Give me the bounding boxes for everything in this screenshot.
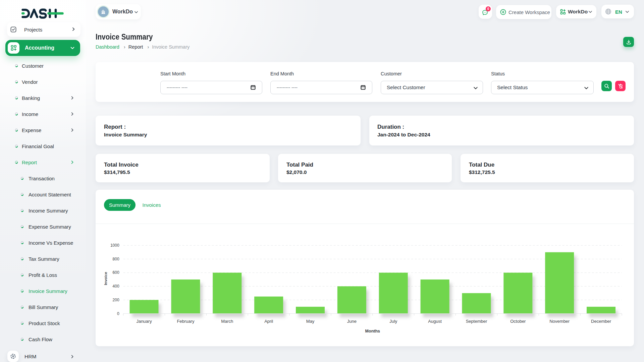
svg-text:200: 200 [113, 298, 119, 302]
svg-text:April: April [264, 319, 273, 324]
svg-text:800: 800 [113, 257, 119, 261]
svg-text:July: July [389, 319, 397, 324]
svg-text:August: August [428, 319, 442, 324]
svg-text:400: 400 [113, 284, 119, 289]
svg-text:December: December [591, 319, 611, 324]
svg-text:February: February [177, 319, 195, 324]
svg-text:September: September [466, 319, 487, 324]
svg-text:November: November [549, 319, 570, 324]
svg-text:0: 0 [117, 311, 119, 316]
svg-text:May: May [306, 319, 315, 324]
svg-text:1000: 1000 [110, 243, 119, 248]
svg-text:June: June [347, 319, 357, 324]
svg-text:600: 600 [113, 270, 119, 275]
svg-text:March: March [221, 319, 233, 324]
svg-text:Months: Months [365, 329, 380, 334]
svg-text:January: January [136, 319, 152, 324]
svg-text:October: October [510, 319, 526, 324]
svg-text:Invoice: Invoice [104, 272, 108, 285]
